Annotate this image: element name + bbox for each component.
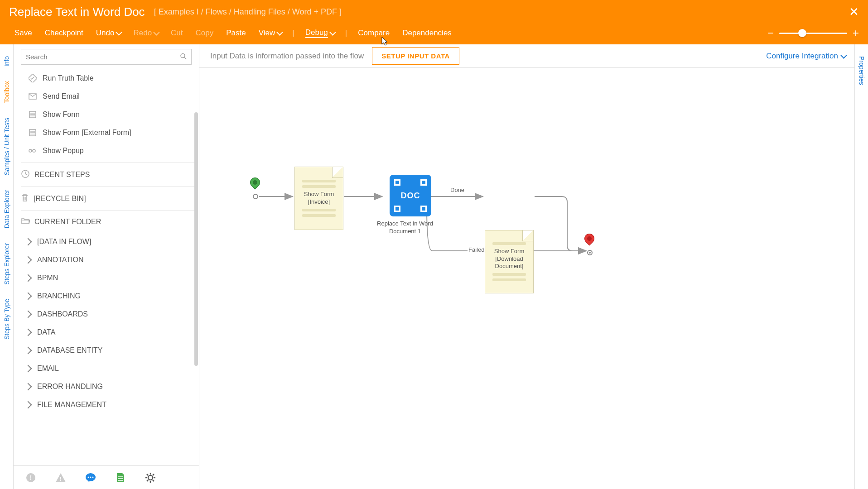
zoom-in-button[interactable]: + <box>853 27 859 39</box>
compare-menu[interactable]: Compare <box>352 25 395 41</box>
svg-point-20 <box>90 476 92 478</box>
folder-file-management[interactable]: FILE MANAGEMENT <box>21 396 194 414</box>
checkbox-diamond-icon <box>28 74 37 83</box>
end-circle-icon <box>587 250 593 255</box>
tab-data-explorer[interactable]: Data Explorer <box>1 182 12 236</box>
chat-status-icon[interactable] <box>84 471 97 484</box>
gear-status-icon[interactable] <box>144 471 157 484</box>
fav-send-email[interactable]: Send Email <box>28 87 194 105</box>
fav-show-form-external[interactable]: Show Form [External Form] <box>28 124 194 142</box>
folder-email[interactable]: EMAIL <box>21 360 194 378</box>
recent-steps-section[interactable]: RECENT STEPS <box>21 163 194 187</box>
tab-samples[interactable]: Samples / Unit Tests <box>1 110 12 182</box>
tab-steps-explorer[interactable]: Steps Explorer <box>1 236 12 292</box>
warning-status-icon[interactable]: ! <box>54 471 67 484</box>
search-input[interactable] <box>21 49 192 65</box>
folder-label: [DATA IN FLOW] <box>37 238 91 246</box>
right-tab-rail: Properties <box>854 44 868 489</box>
folder-label: BPMN <box>37 274 58 282</box>
setup-input-data-button[interactable]: SETUP INPUT DATA <box>372 47 459 65</box>
view-menu[interactable]: View <box>253 25 287 41</box>
debug-menu[interactable]: Debug <box>300 24 340 42</box>
folder-branching[interactable]: BRANCHING <box>21 287 194 305</box>
chevron-right-icon <box>24 256 32 264</box>
tab-steps-by-type[interactable]: Steps By Type <box>1 292 12 347</box>
chevron-down-icon <box>277 29 283 36</box>
doc-blue-icon: DOC <box>390 175 431 216</box>
zoom-thumb[interactable] <box>798 29 806 37</box>
start-pin-icon <box>250 177 260 191</box>
flow-end-node[interactable] <box>584 234 595 255</box>
replace-text-node[interactable]: DOC Replace Text In Word Document 1 <box>384 175 437 235</box>
chevron-down-icon <box>840 52 847 58</box>
app-header: Replace Text in Word Doc [ Examples I / … <box>0 0 868 44</box>
folder-bpmn[interactable]: BPMN <box>21 269 194 287</box>
show-form-download-node[interactable]: Show Form [Download Document] <box>485 230 534 293</box>
checkpoint-menu[interactable]: Checkpoint <box>39 25 89 41</box>
form-icon <box>28 128 37 137</box>
sidebar-scrollbar[interactable] <box>194 112 198 366</box>
fav-label: Show Popup <box>43 147 84 155</box>
folder-label: DATABASE ENTITY <box>37 346 102 355</box>
tab-toolbox[interactable]: Toolbox <box>1 74 12 110</box>
chevron-right-icon <box>24 292 32 300</box>
folder-label: EMAIL <box>37 364 59 373</box>
folder-open-icon <box>21 217 30 226</box>
folder-data[interactable]: DATA <box>21 323 194 341</box>
fav-show-popup[interactable]: Show Popup <box>28 142 194 160</box>
envelope-icon <box>28 92 37 101</box>
folder-label: FILE MANAGEMENT <box>37 401 106 409</box>
clock-icon <box>21 169 30 180</box>
svg-point-25 <box>148 475 153 480</box>
folder-database-entity[interactable]: DATABASE ENTITY <box>21 341 194 360</box>
show-form-invoice-node[interactable]: Show Form [Invoice] <box>294 167 343 230</box>
search-wrap <box>14 44 199 69</box>
paste-menu[interactable]: Paste <box>221 25 251 41</box>
search-icon <box>180 53 187 61</box>
chevron-right-icon <box>24 329 32 336</box>
doc-fold-icon <box>332 167 343 178</box>
flow-start-node[interactable] <box>250 177 261 199</box>
favorite-steps-list: Run Truth Table Send Email Show Form Sho… <box>21 69 194 160</box>
folder-annotation[interactable]: ANNOTATION <box>21 251 194 269</box>
svg-point-21 <box>92 476 94 478</box>
folder-label: ERROR HANDLING <box>37 383 103 391</box>
folder-data-in-flow[interactable]: [DATA IN FLOW] <box>21 233 194 251</box>
bottom-icon-bar: ! ! <box>14 465 199 489</box>
chevron-down-icon <box>116 29 122 36</box>
fav-run-truth-table[interactable]: Run Truth Table <box>28 69 194 87</box>
undo-menu[interactable]: Undo <box>91 25 126 41</box>
menu-separator: | <box>289 29 298 38</box>
redo-menu[interactable]: Redo <box>128 25 164 41</box>
folder-dashboards[interactable]: DASHBOARDS <box>21 305 194 323</box>
flow-canvas[interactable]: Input Data is information passed into th… <box>199 44 854 489</box>
document-status-icon[interactable] <box>114 471 127 484</box>
end-pin-icon <box>584 234 594 247</box>
folder-label: BRANCHING <box>37 292 81 300</box>
folder-label: ANNOTATION <box>37 256 84 264</box>
zoom-slider[interactable] <box>779 33 847 34</box>
flow-diagram: Show Form [Invoice] DOC Replace Text In … <box>227 135 589 262</box>
close-button[interactable]: ✕ <box>849 5 859 19</box>
trash-icon <box>21 193 29 204</box>
folder-label: DASHBOARDS <box>37 310 88 318</box>
fav-show-form[interactable]: Show Form <box>28 105 194 124</box>
configure-integration-link[interactable]: Configure Integration <box>766 52 845 61</box>
section-label: CURRENT FOLDER <box>34 218 101 226</box>
copy-menu[interactable]: Copy <box>190 25 219 41</box>
cut-menu[interactable]: Cut <box>165 25 188 41</box>
folder-error-handling[interactable]: ERROR HANDLING <box>21 378 194 396</box>
sidebar-content: Run Truth Table Send Email Show Form Sho… <box>14 69 199 465</box>
zoom-out-button[interactable]: − <box>767 27 774 39</box>
folder-label: DATA <box>37 328 55 336</box>
tab-info[interactable]: Info <box>1 49 12 74</box>
save-menu[interactable]: Save <box>9 25 38 41</box>
svg-point-12 <box>29 149 32 152</box>
recycle-bin-section[interactable]: [RECYCLE BIN] <box>21 187 194 211</box>
dependencies-menu[interactable]: Dependencies <box>397 25 457 41</box>
node-label: Show Form [Download Document] <box>490 248 529 271</box>
tab-properties[interactable]: Properties <box>856 49 867 92</box>
info-status-icon[interactable]: ! <box>24 471 37 484</box>
svg-point-13 <box>33 149 35 152</box>
current-folder-section[interactable]: CURRENT FOLDER <box>21 211 194 233</box>
